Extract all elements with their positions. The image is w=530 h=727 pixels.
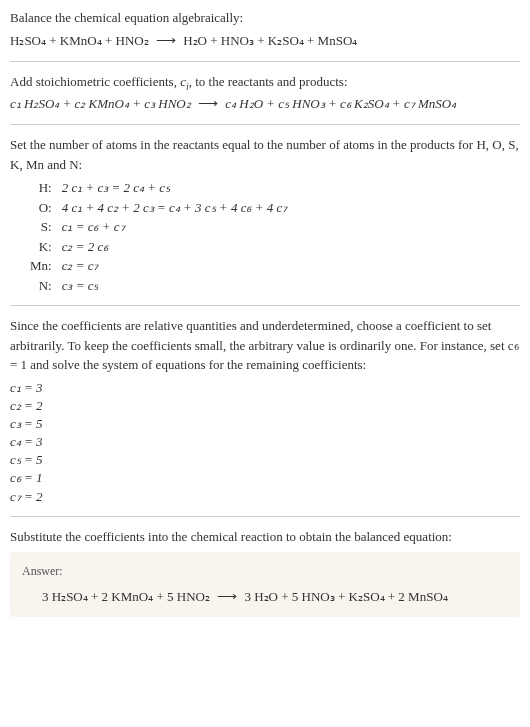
atoms-section: Set the number of atoms in the reactants… [10, 135, 520, 295]
final-section: Substitute the coefficients into the che… [10, 527, 520, 618]
table-row: K:c₂ = 2 c₆ [28, 237, 293, 257]
ci-symbol: ci [180, 74, 189, 89]
coef-value: c₅ = 5 [10, 451, 520, 469]
intro-title: Balance the chemical equation algebraica… [10, 8, 520, 28]
element-eq: c₂ = c₇ [60, 256, 294, 276]
divider [10, 61, 520, 62]
atoms-intro: Set the number of atoms in the reactants… [10, 135, 520, 174]
intro-section: Balance the chemical equation algebraica… [10, 8, 520, 51]
coeff-eq-lhs: c₁ H₂SO₄ + c₂ KMnO₄ + c₃ HNO₂ [10, 96, 191, 111]
arrow-icon: ⟶ [152, 33, 180, 48]
element-label: O: [28, 198, 60, 218]
coef-value: c₁ = 3 [10, 379, 520, 397]
atoms-table: H:2 c₁ + c₃ = 2 c₄ + c₅ O:4 c₁ + 4 c₂ + … [28, 178, 293, 295]
coeff-text-after: , to the reactants and products: [189, 74, 348, 89]
element-label: N: [28, 276, 60, 296]
coeff-text-before: Add stoichiometric coefficients, [10, 74, 180, 89]
answer-box: Answer: 3 H₂SO₄ + 2 KMnO₄ + 5 HNO₂ ⟶ 3 H… [10, 552, 520, 617]
coeff-equation: c₁ H₂SO₄ + c₂ KMnO₄ + c₃ HNO₂ ⟶ c₄ H₂O +… [10, 93, 520, 114]
coeff-eq-rhs: c₄ H₂O + c₅ HNO₃ + c₆ K₂SO₄ + c₇ MnSO₄ [225, 96, 456, 111]
arrow-icon: ⟶ [213, 589, 241, 604]
table-row: H:2 c₁ + c₃ = 2 c₄ + c₅ [28, 178, 293, 198]
coef-value: c₄ = 3 [10, 433, 520, 451]
coef-value: c₃ = 5 [10, 415, 520, 433]
answer-eq-lhs: 3 H₂SO₄ + 2 KMnO₄ + 5 HNO₂ [42, 589, 210, 604]
coef-value: c₂ = 2 [10, 397, 520, 415]
element-label: K: [28, 237, 60, 257]
element-eq: c₂ = 2 c₆ [60, 237, 294, 257]
divider [10, 516, 520, 517]
coef-list: c₁ = 3 c₂ = 2 c₃ = 5 c₄ = 3 c₅ = 5 c₆ = … [10, 379, 520, 506]
element-label: Mn: [28, 256, 60, 276]
intro-eq-rhs: H₂O + HNO₃ + K₂SO₄ + MnSO₄ [183, 33, 357, 48]
element-label: S: [28, 217, 60, 237]
coef-value: c₇ = 2 [10, 488, 520, 506]
element-eq: c₁ = c₆ + c₇ [60, 217, 294, 237]
divider [10, 124, 520, 125]
intro-eq-lhs: H₂SO₄ + KMnO₄ + HNO₂ [10, 33, 149, 48]
arrow-icon: ⟶ [194, 96, 222, 111]
table-row: O:4 c₁ + 4 c₂ + 2 c₃ = c₄ + 3 c₅ + 4 c₆ … [28, 198, 293, 218]
final-intro: Substitute the coefficients into the che… [10, 527, 520, 547]
intro-equation: H₂SO₄ + KMnO₄ + HNO₂ ⟶ H₂O + HNO₃ + K₂SO… [10, 30, 520, 51]
answer-label: Answer: [22, 562, 508, 580]
solve-intro: Since the coefficients are relative quan… [10, 316, 520, 375]
answer-equation: 3 H₂SO₄ + 2 KMnO₄ + 5 HNO₂ ⟶ 3 H₂O + 5 H… [22, 586, 508, 607]
element-eq: 2 c₁ + c₃ = 2 c₄ + c₅ [60, 178, 294, 198]
table-row: Mn:c₂ = c₇ [28, 256, 293, 276]
divider [10, 305, 520, 306]
solve-section: Since the coefficients are relative quan… [10, 316, 520, 506]
coeff-section: Add stoichiometric coefficients, ci, to … [10, 72, 520, 115]
element-eq: c₃ = c₅ [60, 276, 294, 296]
answer-eq-rhs: 3 H₂O + 5 HNO₃ + K₂SO₄ + 2 MnSO₄ [244, 589, 447, 604]
coeff-text: Add stoichiometric coefficients, ci, to … [10, 72, 520, 92]
coef-value: c₆ = 1 [10, 469, 520, 487]
element-eq: 4 c₁ + 4 c₂ + 2 c₃ = c₄ + 3 c₅ + 4 c₆ + … [60, 198, 294, 218]
table-row: S:c₁ = c₆ + c₇ [28, 217, 293, 237]
table-row: N:c₃ = c₅ [28, 276, 293, 296]
element-label: H: [28, 178, 60, 198]
